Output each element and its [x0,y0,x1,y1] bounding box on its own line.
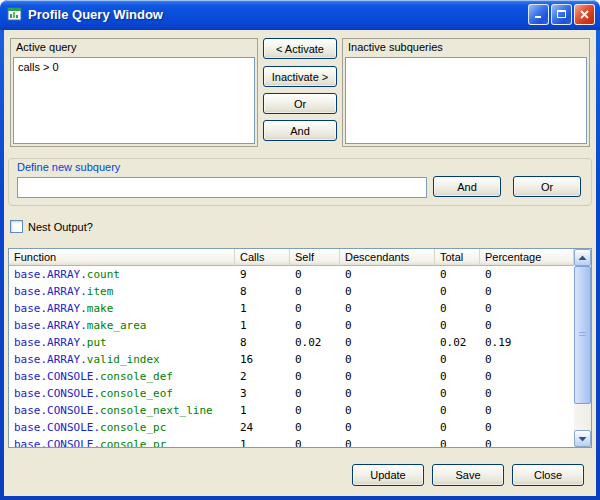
column-header-self[interactable]: Self [290,249,340,266]
table-row[interactable]: base.ARRAY.valid_index160000 [9,351,574,368]
cell-total: 0 [435,368,480,385]
title-bar[interactable]: Profile Query Window [0,0,600,30]
column-header-percentage[interactable]: Percentage [480,249,574,266]
active-query-label: Active query [11,39,257,56]
function-class-path: base.CONSOLE. [14,438,100,447]
subquery-and-button[interactable]: And [433,176,501,197]
table-row[interactable]: base.CONSOLE.console_pr10000 [9,436,574,447]
function-class-path: base.ARRAY. [14,336,87,349]
cell-total: 0 [435,385,480,402]
close-dialog-button[interactable]: Close [512,464,584,486]
cell-calls: 3 [235,385,290,402]
save-button[interactable]: Save [432,464,504,486]
inactivate-button[interactable]: Inactivate > [263,66,337,87]
column-header-calls[interactable]: Calls [235,249,290,266]
cell-total: 0 [435,283,480,300]
cell-self: 0.02 [290,334,340,351]
table-row[interactable]: base.CONSOLE.console_pc240000 [9,419,574,436]
scroll-down-button[interactable] [574,430,591,447]
table-row[interactable]: base.CONSOLE.console_def20000 [9,368,574,385]
cell-self: 0 [290,283,340,300]
cell-descendants: 0 [340,283,435,300]
table-row[interactable]: base.ARRAY.count90000 [9,266,574,283]
cell-percentage: 0 [480,368,574,385]
cell-descendants: 0 [340,419,435,436]
app-icon [6,6,23,23]
cell-percentage: 0 [480,266,574,283]
cell-self: 0 [290,419,340,436]
activate-button[interactable]: < Activate [263,38,337,59]
cell-calls: 1 [235,300,290,317]
nest-output-row: Nest Output? [10,220,93,233]
nest-output-label: Nest Output? [28,221,93,233]
cell-self: 0 [290,385,340,402]
inactive-subqueries-group: Inactive subqueries [342,38,590,147]
function-class-path: base.CONSOLE. [14,387,100,400]
function-feature-name: console_eof [100,387,173,400]
table-row[interactable]: base.ARRAY.make_area10000 [9,317,574,334]
cell-total: 0 [435,266,480,283]
cell-calls: 8 [235,334,290,351]
function-feature-name: put [87,336,107,349]
cell-descendants: 0 [340,317,435,334]
and-transfer-button[interactable]: And [263,120,337,141]
table-row[interactable]: base.ARRAY.put80.0200.020.19 [9,334,574,351]
window-title: Profile Query Window [28,7,523,22]
column-header-function[interactable]: Function [9,249,235,266]
cell-self: 0 [290,317,340,334]
close-button[interactable] [574,4,595,25]
minimize-button[interactable] [528,4,549,25]
cell-total: 0 [435,300,480,317]
active-query-item[interactable]: calls > 0 [18,60,250,74]
cell-percentage: 0 [480,317,574,334]
column-header-total[interactable]: Total [435,249,480,266]
table-header-row: FunctionCallsSelfDescendantsTotalPercent… [9,249,591,266]
cell-descendants: 0 [340,300,435,317]
function-feature-name: console_next_line [100,404,213,417]
scroll-up-button[interactable] [574,249,591,266]
define-subquery-group: Define new subquery And Or [8,158,592,206]
cell-percentage: 0 [480,419,574,436]
scrollbar-thumb[interactable] [574,266,591,404]
subquery-or-button[interactable]: Or [513,176,581,197]
function-feature-name: console_def [100,370,173,383]
active-query-group: Active query calls > 0 [10,38,258,147]
table-row[interactable]: base.ARRAY.make10000 [9,300,574,317]
function-feature-name: console_pc [100,421,166,434]
cell-percentage: 0 [480,351,574,368]
cell-self: 0 [290,368,340,385]
cell-total: 0 [435,402,480,419]
cell-calls: 1 [235,317,290,334]
cell-descendants: 0 [340,436,435,447]
cell-calls: 1 [235,402,290,419]
define-subquery-label: Define new subquery [9,159,591,176]
cell-percentage: 0 [480,436,574,447]
cell-calls: 8 [235,283,290,300]
subquery-input[interactable] [17,177,427,198]
dialog-content: Active query calls > 0 < Activate Inacti… [4,30,596,496]
cell-descendants: 0 [340,334,435,351]
table-row[interactable]: base.CONSOLE.console_next_line10000 [9,402,574,419]
cell-percentage: 0 [480,283,574,300]
column-header-descendants[interactable]: Descendants [340,249,435,266]
cell-descendants: 0 [340,402,435,419]
cell-calls: 24 [235,419,290,436]
window-controls [528,4,595,25]
table-row[interactable]: base.ARRAY.item80000 [9,283,574,300]
cell-descendants: 0 [340,385,435,402]
update-button[interactable]: Update [352,464,424,486]
inactive-subqueries-list[interactable] [345,57,587,144]
function-class-path: base.ARRAY. [14,319,87,332]
function-feature-name: make [87,302,114,315]
cell-calls: 16 [235,351,290,368]
cell-self: 0 [290,266,340,283]
table-row[interactable]: base.CONSOLE.console_eof30000 [9,385,574,402]
vertical-scrollbar[interactable] [574,249,591,447]
active-query-list[interactable]: calls > 0 [13,57,255,144]
nest-output-checkbox[interactable] [10,220,23,233]
cell-self: 0 [290,402,340,419]
function-class-path: base.ARRAY. [14,353,87,366]
or-transfer-button[interactable]: Or [263,93,337,114]
cell-percentage: 0 [480,300,574,317]
maximize-button[interactable] [551,4,572,25]
